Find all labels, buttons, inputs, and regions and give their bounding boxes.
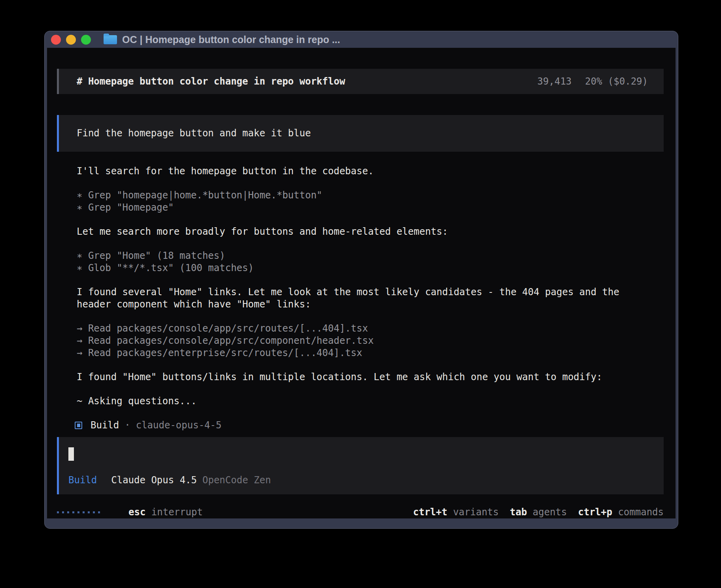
assistant-text: Let me search more broadly for buttons a… [77, 226, 630, 238]
assistant-message: Let me search more broadly for buttons a… [57, 226, 664, 238]
shortcut-commands: ctrl+p commands [578, 506, 664, 518]
assistant-message: I found several "Home" links. Let me loo… [57, 286, 664, 311]
traffic-lights [51, 35, 91, 45]
assistant-text: I'll search for the homepage button in t… [77, 165, 630, 177]
terminal-window: OC | Homepage button color change in rep… [44, 31, 678, 529]
shortcut-hints: ctrl+t variants tab agents ctrl+p comman… [413, 506, 664, 518]
tool-call-read: → Read packages/console/app/src/componen… [77, 335, 630, 347]
active-agent-icon [75, 422, 82, 429]
tool-call-glob: ∗ Glob "**/*.tsx" (100 matches) [77, 262, 630, 274]
tool-calls: → Read packages/console/app/src/routes/[… [57, 322, 664, 359]
user-message-text: Find the homepage button and make it blu… [77, 127, 646, 139]
tool-call-grep: ∗ Grep "homepage|home.*button|Home.*butt… [77, 189, 630, 202]
window-titlebar[interactable]: OC | Homepage button color change in rep… [45, 31, 678, 48]
assistant-message: I found "Home" buttons/links in multiple… [57, 371, 664, 383]
input-model-label[interactable]: Claude Opus 4.5 [111, 474, 197, 486]
tool-calls: ∗ Grep "Home" (18 matches) ∗ Glob "**/*.… [57, 250, 664, 274]
shortcut-variants: ctrl+t variants [413, 506, 499, 518]
session-title: # Homepage button color change in repo w… [77, 76, 345, 87]
zoom-button[interactable] [81, 35, 91, 45]
working-status-text: ~ Asking questions... [77, 395, 630, 407]
folder-icon [104, 35, 117, 44]
token-count: 39,413 [537, 76, 572, 87]
session-stats: 39,413 20% ($0.29) [537, 76, 648, 87]
status-bar: esc interrupt ctrl+t variants tab agents… [57, 506, 664, 518]
assistant-text: I found several "Home" links. Let me loo… [77, 286, 630, 311]
assistant-message: I'll search for the homepage button in t… [57, 165, 664, 177]
input-footer: Build Claude Opus 4.5 OpenCode Zen [68, 474, 654, 486]
input-agent-label[interactable]: Build [68, 474, 97, 486]
text-cursor [68, 447, 74, 461]
assistant-text: I found "Home" buttons/links in multiple… [77, 371, 630, 383]
agent-model: claude-opus-4-5 [136, 419, 222, 432]
esc-key: esc [128, 507, 145, 518]
agent-name: Build [91, 419, 119, 432]
session-header: # Homepage button color change in repo w… [57, 69, 664, 94]
context-usage: 20% ($0.29) [585, 76, 648, 87]
terminal-content: # Homepage button color change in repo w… [47, 48, 676, 518]
shortcut-agents: tab agents [510, 506, 567, 518]
progress-dots [57, 511, 100, 513]
tool-calls: ∗ Grep "homepage|home.*button|Home.*butt… [57, 189, 664, 214]
input-provider-label: OpenCode Zen [202, 474, 271, 486]
working-status: ~ Asking questions... [57, 395, 664, 407]
tool-call-grep: ∗ Grep "Home" (18 matches) [77, 250, 630, 262]
tool-call-read: → Read packages/console/app/src/routes/[… [77, 322, 630, 335]
tool-call-grep: ∗ Grep "Homepage" [77, 202, 630, 214]
user-message: Find the homepage button and make it blu… [57, 115, 664, 152]
window-title: OC | Homepage button color change in rep… [122, 34, 340, 45]
agent-status-row: Build · claude-opus-4-5 [75, 419, 664, 432]
shortcut-interrupt: esc interrupt [128, 506, 203, 518]
separator-dot: · [125, 419, 130, 432]
prompt-input[interactable]: Build Claude Opus 4.5 OpenCode Zen [57, 437, 664, 494]
esc-label: interrupt [151, 507, 203, 518]
close-button[interactable] [51, 35, 61, 45]
minimize-button[interactable] [66, 35, 76, 45]
tool-call-read: → Read packages/enterprise/src/routes/[.… [77, 347, 630, 359]
